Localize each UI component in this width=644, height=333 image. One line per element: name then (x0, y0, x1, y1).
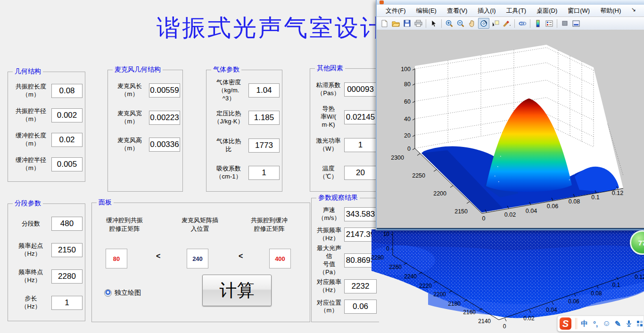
field-label: 共振腔长度 （m） (10, 83, 51, 99)
zoom-in-icon[interactable] (444, 18, 454, 28)
toolbar-separator (426, 19, 426, 28)
buffer-radius-input[interactable]: 0.005 (51, 157, 83, 171)
svg-text:0: 0 (503, 323, 506, 330)
open-file-icon[interactable] (390, 18, 401, 28)
brush-icon[interactable] (502, 18, 512, 28)
panel-control: 面板 缓冲腔到共振 腔修正矩阵 麦克风矩阵插 入位置 共振腔到缓冲 腔修正矩阵 … (91, 203, 310, 322)
field-row: 麦克风长 （m）0.00559 (110, 77, 180, 104)
matrix-label-left: 缓冲腔到共振 腔修正矩阵 (96, 216, 153, 233)
resonator-radius-input[interactable]: 0.002 (51, 108, 83, 122)
sogou-ime-bar[interactable]: S 中 °, ☺ ✎ (557, 316, 644, 332)
figure-canvas[interactable]: 100 80 60 40 20 0 2300 2250 2200 2150 0 … (377, 30, 644, 228)
svg-text:80: 80 (404, 81, 411, 88)
field-label: 对应位置 （m） (314, 299, 344, 315)
resonator-length-input[interactable]: 0.08 (51, 84, 83, 98)
toolbar-separator (514, 19, 515, 28)
freq-start-input[interactable]: 2150 (51, 243, 83, 257)
punctuation-icon[interactable]: °, (592, 320, 599, 328)
toolbar-separator (441, 19, 442, 28)
surface-plot-3d[interactable]: 100 80 60 40 20 0 2300 2250 2200 2150 0 … (377, 30, 644, 228)
print-icon[interactable] (413, 18, 423, 28)
menu-window[interactable]: 窗口(W) (562, 6, 595, 16)
menu-insert[interactable]: 插入(I) (472, 6, 501, 16)
desktop: { "main": { "title": "谐振式光声气室设计", "geome… (0, 0, 644, 333)
svg-text:2150: 2150 (454, 208, 468, 215)
mic-height-input[interactable]: 0.00336 (149, 138, 180, 152)
field-label: 频率终点 （Hz） (10, 268, 51, 284)
field-row: 激光功率 （W）1 (313, 131, 377, 159)
dock-small-icon[interactable] (560, 18, 570, 28)
skin-grid-icon[interactable] (636, 320, 644, 327)
toolbar-separator (530, 19, 530, 28)
freq-end-input[interactable]: 2280 (51, 269, 83, 284)
matrix-right-input[interactable]: 400 (269, 249, 291, 268)
field-row: 共振腔长度 （m）0.08 (10, 79, 83, 103)
new-file-icon[interactable] (379, 18, 389, 28)
save-icon[interactable] (402, 18, 412, 28)
insert-legend-icon[interactable] (544, 18, 554, 28)
emoji-icon[interactable]: ☺ (603, 319, 611, 328)
radio-selected-icon[interactable] (104, 289, 112, 297)
handwriting-pen-icon[interactable]: ✎ (614, 319, 621, 328)
data-cursor-icon[interactable] (490, 18, 501, 28)
svg-text:2200: 2200 (433, 190, 446, 197)
heat-ratio-input[interactable]: 1773 (248, 138, 280, 153)
menu-view[interactable]: 查看(V) (442, 6, 472, 16)
less-than-sign: < (239, 252, 243, 260)
menu-tools[interactable]: 工具(T) (501, 6, 532, 16)
absorption-input[interactable]: 1 (248, 166, 280, 180)
field-label: 温度 （℃） (313, 165, 344, 181)
buffer-length-input[interactable]: 0.02 (51, 133, 83, 147)
panel-gas-title: 气体参数 (211, 65, 241, 74)
field-label: 吸收系数 （cm-1） (209, 165, 248, 181)
dock-arrow-icon[interactable]: ↘ (631, 6, 636, 13)
svg-text:100: 100 (401, 66, 411, 73)
insert-colorbar-icon[interactable] (533, 18, 543, 28)
mic-width-input[interactable]: 0.00223 (149, 111, 180, 125)
viscosity-input[interactable]: 000093 (344, 82, 377, 97)
zoom-out-icon[interactable] (455, 18, 466, 28)
field-row: 最大光声信 号值（Pa）80.8693 (314, 244, 377, 276)
svg-text:0.12: 0.12 (635, 274, 644, 280)
mic-length-input[interactable]: 0.00559 (149, 83, 180, 97)
segment-count-input[interactable]: 480 (51, 217, 83, 231)
menu-edit[interactable]: 编辑(E) (411, 6, 442, 16)
menu-file[interactable]: 文件(F) (380, 6, 411, 16)
voice-mic-icon[interactable] (625, 320, 632, 327)
independent-plot-radio[interactable]: 独立绘图 (104, 289, 141, 297)
menu-help[interactable]: 帮助(H) (595, 6, 626, 16)
figure-titlebar[interactable] (377, 0, 644, 5)
svg-text:0.1: 0.1 (591, 194, 599, 201)
rotate-3d-icon[interactable] (478, 18, 489, 29)
temperature-input[interactable]: 20 (344, 166, 377, 180)
dock-figure-icon[interactable] (571, 18, 581, 28)
menu-desktop[interactable]: 桌面(D) (531, 6, 562, 16)
matrix-left-input[interactable]: 80 (106, 249, 127, 268)
matlab-figure-window[interactable]: 文件(F) 编辑(E) 查看(V) 插入(I) 工具(T) 桌面(D) 窗口(W… (376, 0, 644, 230)
laser-power-input[interactable]: 1 (344, 138, 377, 152)
pan-hand-icon[interactable] (467, 18, 477, 28)
pointer-icon[interactable] (429, 18, 439, 28)
chinese-mode-icon[interactable]: 中 (581, 319, 588, 328)
svg-text:0.02: 0.02 (523, 315, 535, 322)
panel-microphone-title: 麦克风几何结构 (113, 65, 163, 74)
less-than-sign: < (156, 252, 160, 260)
thermal-conductivity-input[interactable]: 0.02145 (344, 110, 377, 124)
field-label: 气体比热 比 (209, 138, 248, 154)
svg-text:0.04: 0.04 (526, 208, 537, 214)
radio-label: 独立绘图 (115, 289, 141, 297)
link-plots-icon[interactable] (517, 18, 528, 28)
step-input[interactable]: 1 (51, 296, 83, 310)
field-label: 共振频率 （Hz） (314, 227, 344, 243)
panel-segment-title: 分段参数 (13, 199, 43, 208)
sogou-logo-icon[interactable]: S (560, 317, 571, 330)
calculate-button[interactable]: 计算 (202, 275, 272, 306)
specific-heat-input[interactable]: 1.185 (248, 111, 280, 125)
ime-separator (575, 318, 577, 329)
mic-insert-position-input[interactable]: 240 (187, 249, 208, 268)
gas-density-input[interactable]: 1.04 (248, 83, 280, 97)
field-row: 分段数480 (10, 211, 83, 237)
svg-text:2180: 2180 (448, 301, 461, 307)
field-label: 导热 率W/( m·K) (313, 105, 344, 129)
field-row: 对应位置 （m）0.06 (314, 297, 377, 317)
